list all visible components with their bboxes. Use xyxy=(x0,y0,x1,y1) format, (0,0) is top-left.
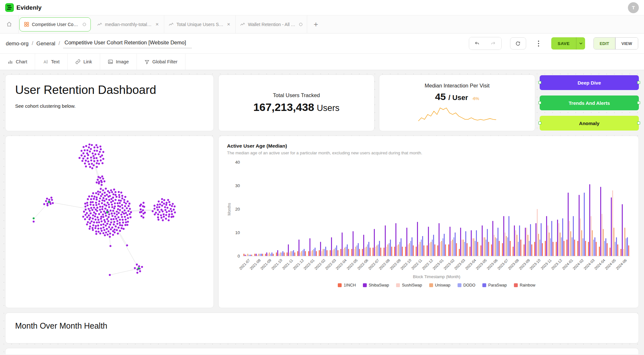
insert-global-filter-button[interactable]: Global Filter xyxy=(137,54,185,70)
bar xyxy=(249,255,250,256)
bar xyxy=(506,236,507,256)
tab-median-monthly-total[interactable]: median-monthly-total-tr... × xyxy=(93,15,164,33)
legend-item-1inch[interactable]: 1INCH xyxy=(338,283,356,287)
cluster-dot xyxy=(98,231,99,232)
bar xyxy=(420,242,421,256)
cluster-dot xyxy=(119,222,121,224)
legend-item-shibaswap[interactable]: ShibaSwap xyxy=(363,283,389,287)
cluster-dot xyxy=(160,209,162,211)
insert-image-button[interactable]: Image xyxy=(100,54,137,70)
cluster-dot xyxy=(123,228,125,230)
breadcrumb-section[interactable]: General xyxy=(36,41,55,47)
edit-mode-button[interactable]: EDIT xyxy=(594,38,615,49)
dashboard-title-input[interactable] xyxy=(63,39,192,48)
median-interaction-widget[interactable]: Median Interaction Per Visit 45 / User -… xyxy=(379,75,535,131)
bar xyxy=(542,243,543,256)
home-button[interactable] xyxy=(0,15,19,33)
legend-item-rainbow[interactable]: Rainbow xyxy=(514,283,535,287)
action-button-deep-dive[interactable]: Deep Dive xyxy=(540,75,639,90)
cluster-dot xyxy=(165,218,167,220)
bar-group: 2023-07 xyxy=(501,162,512,256)
cluster-dot xyxy=(84,149,86,151)
cluster-dot xyxy=(143,202,145,204)
sync-indicator-icon[interactable] xyxy=(299,23,302,26)
bar-group: 2022-05 xyxy=(350,162,361,256)
headline-widget[interactable]: User Retention Dashboard See cohort clus… xyxy=(5,75,214,131)
close-tab-icon[interactable]: × xyxy=(226,22,231,27)
bar xyxy=(386,247,387,256)
bar xyxy=(308,251,309,256)
legend-item-sushiswap[interactable]: SushiSwap xyxy=(396,283,422,287)
cluster-dot xyxy=(85,159,87,161)
refresh-button[interactable] xyxy=(510,37,526,50)
cluster-dot xyxy=(121,207,123,209)
tab-label: Total Unique Users Score... xyxy=(176,22,223,27)
bar xyxy=(289,252,290,256)
action-button-trends-and-alerts[interactable]: Trends And Alerts xyxy=(540,96,639,110)
legend-item-paraswap[interactable]: ParaSwap xyxy=(482,283,507,287)
tab-competitive-user-cohort[interactable]: Competitive User Cohort... xyxy=(19,17,91,32)
cluster-scatter-chart[interactable] xyxy=(5,136,213,308)
cluster-dot xyxy=(126,244,128,246)
more-options-button[interactable] xyxy=(535,37,543,50)
bar xyxy=(301,251,302,256)
bar-group: 2023-02 xyxy=(447,162,458,256)
user-avatar[interactable]: T xyxy=(628,2,639,13)
save-button[interactable]: SAVE xyxy=(551,37,576,50)
y-tick-label: 30 xyxy=(235,183,240,188)
insert-text-button[interactable]: A Text xyxy=(35,54,68,70)
insert-link-button[interactable]: Link xyxy=(68,54,100,70)
cluster-dot xyxy=(90,148,92,150)
bar-chart-plot[interactable]: 2021-072021-082021-092021-102021-112021-… xyxy=(242,162,630,256)
cluster-dot xyxy=(81,160,83,162)
action-button-anomaly[interactable]: Anomaly xyxy=(540,116,639,131)
cluster-dot xyxy=(117,232,119,234)
breadcrumb-row: demo-org / General / xyxy=(0,33,644,53)
redo-button[interactable] xyxy=(485,37,501,50)
y-tick-label: 10 xyxy=(235,230,240,235)
bar xyxy=(603,229,604,256)
legend-swatch xyxy=(338,283,342,287)
tab-total-unique-users[interactable]: Total Unique Users Score... × xyxy=(164,15,236,33)
undo-button[interactable] xyxy=(469,37,485,50)
cluster-dot xyxy=(95,192,97,194)
view-mode-button[interactable]: VIEW xyxy=(615,38,638,49)
bar xyxy=(355,247,356,256)
breadcrumb-org[interactable]: demo-org xyxy=(6,41,29,47)
month-over-month-widget[interactable]: Month Over Month Health xyxy=(5,313,639,343)
legend-item-dodo[interactable]: DODO xyxy=(458,283,476,287)
active-user-age-widget[interactable]: Active User Age (Median) The median age … xyxy=(218,136,639,308)
cluster-dot xyxy=(142,209,144,211)
bar xyxy=(487,229,488,256)
cluster-dot xyxy=(80,154,82,156)
app-logo[interactable]: Evidenly xyxy=(5,3,42,12)
bar xyxy=(530,224,531,256)
bar xyxy=(483,237,484,256)
cluster-dot xyxy=(165,214,167,216)
cluster-dot xyxy=(168,219,170,221)
cluster-dot xyxy=(33,217,34,219)
bar xyxy=(496,238,497,256)
cluster-dot xyxy=(156,206,158,208)
save-options-button[interactable] xyxy=(576,37,585,50)
cluster-dot xyxy=(121,216,123,218)
cluster-dot xyxy=(102,178,104,179)
cluster-dot xyxy=(110,189,112,191)
insert-chart-button[interactable]: Chart xyxy=(0,54,35,70)
redo-icon xyxy=(490,41,496,46)
bar xyxy=(445,244,446,256)
cluster-dot xyxy=(101,230,103,232)
interaction-sparkline-chart[interactable] xyxy=(414,105,501,123)
close-tab-icon[interactable]: × xyxy=(155,22,159,27)
bar xyxy=(482,225,483,256)
add-tab-button[interactable]: + xyxy=(307,15,325,33)
legend-swatch xyxy=(429,283,433,287)
legend-item-uniswap[interactable]: Uniswap xyxy=(429,283,450,287)
tab-wallet-retention[interactable]: Wallet Retention - All Tim... xyxy=(236,15,307,33)
sync-indicator-icon[interactable] xyxy=(83,23,86,26)
bar xyxy=(336,245,337,256)
cohort-cluster-widget[interactable] xyxy=(5,136,214,308)
total-users-widget[interactable]: Total Users Tracked 167,213,438 Users xyxy=(218,75,374,131)
cluster-dot xyxy=(118,194,120,196)
chart-legend: 1INCHShibaSwapSushiSwapUniswapDODOParaSw… xyxy=(243,283,630,287)
